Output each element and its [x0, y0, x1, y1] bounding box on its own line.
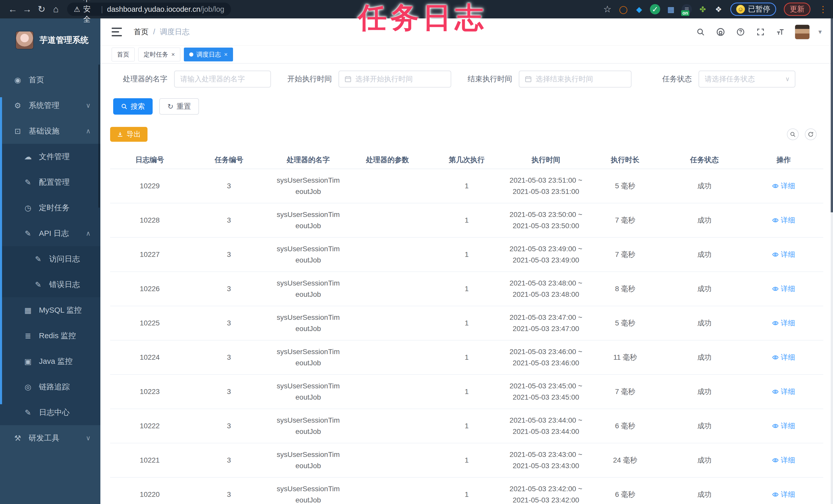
page-scrollbar[interactable]	[831, 19, 833, 504]
bookmark-star-icon[interactable]: ☆	[603, 4, 612, 15]
sidebar-scrollbar[interactable]	[98, 65, 100, 208]
detail-link-label: 详细	[781, 455, 795, 465]
search-button[interactable]: 搜索	[113, 98, 152, 115]
column-header: 任务状态	[665, 151, 744, 169]
sidebar-item-5[interactable]: ✎配置管理	[0, 169, 100, 195]
update-browser-button[interactable]: 更新	[784, 3, 810, 16]
start-time-label: 开始执行时间	[287, 74, 332, 84]
sidebar-item-9[interactable]: ✎错误日志	[0, 272, 100, 297]
log-id-cell: 10220	[110, 477, 189, 504]
status-cell: 成功	[665, 477, 744, 504]
reset-button[interactable]: ↻ 重置	[159, 98, 199, 115]
font-size-icon[interactable]	[775, 26, 786, 37]
page-scrollbar-thumb[interactable]	[831, 19, 833, 212]
address-bar[interactable]: ⚠ 不安全 | dashboard.yudao.iocoder.cn/job/l…	[67, 3, 231, 16]
retry-count-cell: 1	[427, 409, 506, 443]
sidebar-item-15[interactable]: ⚒研发工具∨	[0, 425, 100, 451]
job-id-cell: 3	[189, 409, 268, 443]
sidebar-item-12[interactable]: ▣Java 监控	[0, 349, 100, 374]
close-tab-icon[interactable]: ×	[171, 51, 175, 58]
table-row: 102203sysUserSessionTimeoutJob12021-05-0…	[110, 477, 823, 504]
handler-name-field	[174, 71, 271, 87]
hamburger-icon[interactable]	[112, 28, 122, 36]
handler-name-cell: sysUserSessionTimeoutJob	[269, 169, 348, 203]
detail-link-label: 详细	[781, 181, 795, 191]
job-status-select[interactable]: ∨	[698, 71, 795, 87]
detail-link[interactable]: 详细	[772, 250, 795, 259]
tab-2[interactable]: 定时任务×	[138, 48, 180, 61]
detail-link[interactable]: 详细	[772, 421, 795, 431]
export-button[interactable]: 导出	[110, 127, 147, 142]
detail-link[interactable]: 详细	[772, 455, 795, 465]
sidebar-item-3[interactable]: ⊡基础设施∧	[0, 118, 100, 144]
chevron-up-icon: ∧	[86, 229, 91, 237]
caret-down-icon[interactable]: ▾	[818, 28, 822, 36]
ext-leaf-icon[interactable]: ✤	[697, 4, 708, 14]
paused-extension-pill[interactable]: ☺ 已暂停	[730, 3, 776, 16]
ext-green-check-icon[interactable]: ✓	[650, 4, 660, 14]
sidebar-item-14[interactable]: ✎日志中心	[0, 400, 100, 425]
fullscreen-icon[interactable]	[755, 26, 766, 37]
detail-link[interactable]: 详细	[772, 216, 795, 225]
ext-orange-ring-icon[interactable]: ◯	[618, 4, 628, 14]
user-avatar[interactable]	[795, 25, 810, 40]
action-cell: 详细	[744, 306, 824, 340]
ext-puzzle-icon[interactable]: ❖	[713, 4, 724, 14]
ext-on-switch-icon[interactable]: ≡on	[682, 4, 692, 14]
url-host: dashboard.yudao.iocoder.cn	[107, 5, 200, 14]
handler-param-cell	[348, 169, 427, 203]
sidebar-item-8[interactable]: ✎访问日志	[0, 246, 100, 272]
sidebar-item-13[interactable]: ◎链路追踪	[0, 374, 100, 400]
handler-param-cell	[348, 272, 427, 306]
back-icon[interactable]: ←	[6, 2, 20, 16]
job-status-input[interactable]	[699, 71, 795, 87]
chevron-down-icon: ∨	[86, 102, 91, 109]
help-icon[interactable]	[735, 26, 746, 37]
sidebar-item-1[interactable]: ◉首页	[0, 67, 100, 93]
handler-param-cell	[348, 306, 427, 340]
start-time-input[interactable]	[339, 71, 451, 87]
breadcrumb-home[interactable]: 首页	[134, 27, 148, 37]
forward-icon[interactable]: →	[20, 2, 34, 16]
duration-cell: 5 毫秒	[586, 306, 665, 340]
browser-menu-icon[interactable]: ⋮	[819, 4, 827, 14]
ext-grid-icon[interactable]: ▦	[666, 4, 676, 14]
toggle-search-button[interactable]	[787, 128, 799, 140]
action-cell: 详细	[744, 443, 824, 477]
sidebar-item-11[interactable]: ≣Redis 监控	[0, 323, 100, 349]
handler-name-cell: sysUserSessionTimeoutJob	[269, 306, 348, 340]
handler-name-cell: sysUserSessionTimeoutJob	[269, 409, 348, 443]
reload-icon[interactable]: ↻	[34, 2, 49, 16]
detail-link[interactable]: 详细	[772, 353, 795, 362]
detail-link[interactable]: 详细	[772, 318, 795, 328]
tab-3[interactable]: 调度日志×	[184, 48, 233, 61]
detail-link[interactable]: 详细	[772, 490, 795, 499]
home-icon[interactable]: ⌂	[49, 2, 63, 16]
detail-link[interactable]: 详细	[772, 284, 795, 294]
sidebar-item-10[interactable]: ▦MySQL 监控	[0, 297, 100, 323]
ext-blue-gem-icon[interactable]: ◆	[634, 4, 644, 14]
column-header: 日志编号	[110, 151, 189, 169]
github-icon[interactable]	[715, 26, 726, 37]
search-icon[interactable]	[695, 26, 706, 37]
detail-link[interactable]: 详细	[772, 387, 795, 397]
refresh-table-button[interactable]	[805, 128, 817, 140]
end-time-label: 结束执行时间	[468, 74, 512, 84]
sidebar-item-4[interactable]: ☁文件管理	[0, 144, 100, 169]
end-time-input[interactable]	[519, 71, 631, 87]
sidebar-item-label: 访问日志	[49, 254, 80, 264]
sidebar-item-2[interactable]: ⚙系统管理∨	[0, 93, 100, 118]
sidebar-item-7[interactable]: ✎API 日志∧	[0, 221, 100, 246]
cloud-upload-icon: ☁	[24, 152, 32, 161]
timer-icon: ◷	[24, 203, 32, 212]
status-cell: 成功	[665, 272, 744, 306]
detail-link[interactable]: 详细	[772, 181, 795, 191]
table-row: 102233sysUserSessionTimeoutJob12021-05-0…	[110, 375, 823, 409]
tab-1[interactable]: 首页	[112, 48, 135, 61]
sidebar-item-6[interactable]: ◷定时任务	[0, 195, 100, 221]
close-tab-icon[interactable]: ×	[224, 51, 228, 58]
status-cell: 成功	[665, 409, 744, 443]
toolbox-icon: ⚒	[13, 434, 22, 443]
exec-time-cell: 2021-05-03 23:48:00 ~2021-05-03 23:48:00	[506, 272, 586, 306]
handler-name-input[interactable]	[175, 71, 270, 87]
